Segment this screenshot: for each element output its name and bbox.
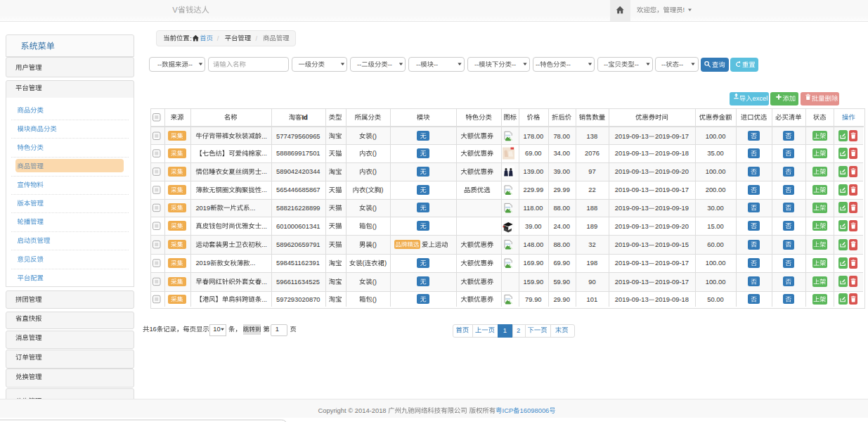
svg-text:/: / [256, 34, 258, 42]
svg-text:...: ... [261, 132, 267, 140]
svg-text:...: ... [261, 241, 267, 248]
svg-text:24.00: 24.00 [553, 222, 569, 230]
svg-text:159.90: 159.90 [524, 278, 544, 286]
svg-text:--: -- [604, 60, 608, 68]
svg-text:101: 101 [587, 295, 598, 303]
svg-text:--: -- [661, 60, 666, 68]
svg-text:--: -- [357, 60, 361, 68]
svg-text:597293020870: 597293020870 [276, 295, 320, 303]
svg-text:601000601341: 601000601341 [276, 222, 320, 230]
svg-text:16: 16 [149, 325, 156, 333]
svg-text:35.00: 35.00 [707, 149, 723, 157]
svg-text:(): () [373, 241, 377, 248]
svg-text:577479560965: 577479560965 [276, 132, 320, 140]
svg-text:1: 1 [503, 326, 507, 334]
svg-text:22: 22 [588, 186, 595, 193]
svg-text:2019-09-18: 2019-09-18 [655, 295, 689, 303]
svg-text:2019-09-13: 2019-09-13 [615, 149, 649, 157]
svg-text:): ) [384, 259, 387, 267]
svg-text:...: ... [250, 204, 256, 212]
svg-text:(): () [373, 222, 377, 230]
svg-text:188: 188 [587, 204, 598, 212]
svg-text:...: ... [261, 186, 267, 193]
svg-text:--: -- [157, 60, 162, 68]
svg-text:!: ! [683, 6, 685, 13]
svg-text:565446685867: 565446685867 [276, 186, 320, 193]
svg-text:32: 32 [588, 241, 595, 248]
svg-text:2: 2 [517, 326, 520, 334]
svg-text:...: ... [261, 167, 267, 175]
svg-text:29.90: 29.90 [553, 295, 569, 303]
svg-text:ICP: ICP [503, 407, 514, 414]
svg-text:88.00: 88.00 [553, 204, 569, 212]
svg-text:69.90: 69.90 [553, 259, 569, 267]
svg-text:2019: 2019 [195, 259, 210, 267]
svg-text:29.99: 29.99 [553, 186, 569, 193]
svg-text:2019-09-17: 2019-09-17 [655, 278, 689, 286]
svg-text:(: ( [365, 186, 368, 193]
svg-text:178.00: 178.00 [524, 132, 544, 140]
svg-text:2019-09-17: 2019-09-17 [655, 186, 689, 193]
svg-text:...: ... [261, 295, 267, 303]
svg-text:198: 198 [587, 259, 598, 267]
svg-text:100.00: 100.00 [706, 167, 726, 175]
svg-text:(): () [373, 149, 377, 157]
svg-text:60.00: 60.00 [707, 241, 723, 248]
svg-text:100.00: 100.00 [706, 132, 726, 140]
svg-text:189: 189 [587, 222, 598, 230]
svg-text:2019-09-20: 2019-09-20 [655, 167, 689, 175]
svg-text:90: 90 [588, 278, 595, 286]
svg-text:100.00: 100.00 [706, 278, 726, 286]
svg-text:34.00: 34.00 [553, 149, 569, 157]
svg-text:(): () [373, 167, 377, 175]
svg-text:69.00: 69.00 [525, 149, 541, 157]
svg-text::: : [190, 34, 192, 42]
svg-text:148.00: 148.00 [524, 241, 544, 248]
svg-text:596611634525: 596611634525 [276, 278, 320, 286]
svg-text:--: -- [434, 60, 438, 68]
svg-text:15.00: 15.00 [707, 222, 723, 230]
svg-text:78.00: 78.00 [553, 132, 569, 140]
svg-text:2019-09-19: 2019-09-19 [655, 204, 689, 212]
svg-text:79.90: 79.90 [525, 295, 541, 303]
svg-text:(): () [373, 132, 377, 140]
svg-text:2019-09-13: 2019-09-13 [615, 241, 649, 248]
svg-text:2019-09-17: 2019-09-17 [655, 132, 689, 140]
svg-text:2019-09-17: 2019-09-17 [655, 259, 689, 267]
svg-text:2019-09-13: 2019-09-13 [615, 259, 649, 267]
svg-text:1: 1 [276, 325, 279, 333]
svg-text:): ) [381, 186, 383, 193]
svg-text:2019-09-18: 2019-09-18 [655, 149, 689, 157]
svg-text:229.99: 229.99 [524, 186, 544, 193]
svg-text:--: -- [512, 60, 516, 68]
svg-text:excel: excel [753, 94, 768, 102]
svg-text:10: 10 [213, 325, 220, 333]
svg-text:59.90: 59.90 [553, 278, 569, 286]
svg-text:200.00: 200.00 [706, 186, 726, 193]
svg-text:--: -- [188, 60, 193, 68]
svg-text:50.00: 50.00 [707, 295, 723, 303]
svg-text:2019-09-13: 2019-09-13 [615, 167, 649, 175]
svg-text:97: 97 [588, 167, 595, 175]
svg-text:169.90: 169.90 [524, 259, 544, 267]
svg-text:16098006: 16098006 [520, 407, 550, 414]
svg-text:2019-09-13: 2019-09-13 [615, 204, 649, 212]
svg-text:139.00: 139.00 [524, 167, 544, 175]
svg-text:--: -- [536, 60, 540, 68]
svg-text:(): () [373, 204, 377, 212]
svg-text:/: / [217, 34, 219, 42]
svg-text:589620659791: 589620659791 [276, 241, 320, 248]
svg-text:--: -- [566, 60, 571, 68]
svg-text:--: -- [635, 60, 639, 68]
svg-text:2019-09-13: 2019-09-13 [615, 186, 649, 193]
svg-text:588869917501: 588869917501 [276, 149, 320, 157]
svg-text:39.00: 39.00 [553, 167, 569, 175]
svg-text:--: -- [679, 60, 683, 68]
svg-text:2076: 2076 [585, 149, 600, 157]
svg-text:2019-09-13: 2019-09-13 [615, 295, 649, 303]
svg-text:100.00: 100.00 [706, 259, 726, 267]
svg-text:Copyright © 2014-2018: Copyright © 2014-2018 [318, 407, 387, 414]
svg-text:2019-09-20: 2019-09-20 [655, 222, 689, 230]
svg-text:...: ... [261, 222, 267, 230]
svg-text:--: -- [388, 60, 392, 68]
